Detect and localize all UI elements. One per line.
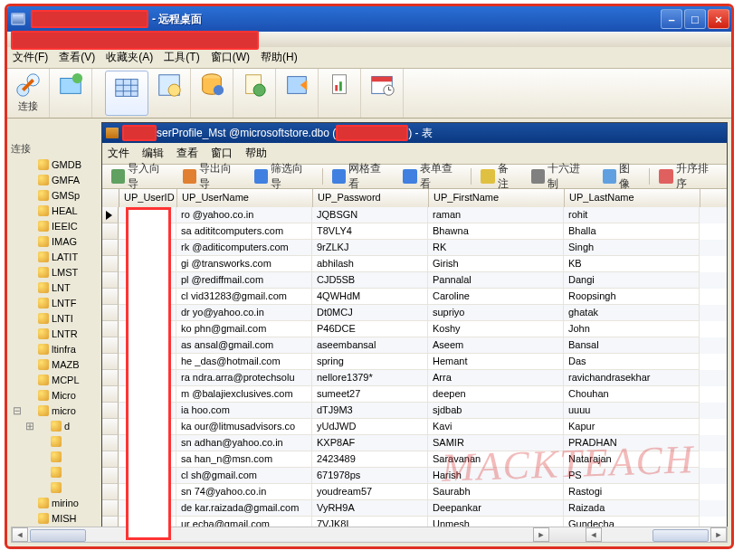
- toolbar-grid-active[interactable]: [105, 71, 148, 116]
- cell[interactable]: aseembansal: [312, 337, 428, 354]
- toolbar-report[interactable]: [319, 69, 361, 118]
- cell[interactable]: rohit: [564, 207, 700, 223]
- cell[interactable]: yUdJWD: [312, 419, 428, 435]
- column-header[interactable]: UP_LastName: [565, 189, 700, 207]
- tree-node[interactable]: IEEIC: [11, 218, 101, 233]
- cell[interactable]: gi @transworks.com: [176, 256, 312, 272]
- cell[interactable]: Das: [564, 354, 700, 370]
- column-header[interactable]: UP_FirstName: [429, 189, 565, 207]
- tree-node[interactable]: [11, 479, 101, 495]
- cell[interactable]: as ansal@gmail.com: [176, 337, 312, 354]
- table-row[interactable]: 129sn 74@yahoo.co.inyoudream57SaurabhRas…: [102, 484, 727, 500]
- horizontal-scrollbar[interactable]: ◄ ► ◄ ►: [11, 527, 728, 543]
- cell[interactable]: Harish: [428, 468, 564, 484]
- cell[interactable]: nellore1379*: [312, 370, 428, 386]
- table-row[interactable]: 128cl sh@gmail.com671978psHarishPS: [102, 468, 727, 484]
- tree-node[interactable]: MISH: [11, 510, 101, 526]
- cell[interactable]: supriyo: [428, 305, 564, 321]
- cell[interactable]: Arra: [428, 370, 564, 386]
- cell[interactable]: rk @aditicomputers.com: [176, 240, 312, 256]
- tree-node[interactable]: MCPL: [11, 372, 101, 387]
- table-row[interactable]: 117dr yo@yahoo.co.inDt0MCJsupriyoghatak: [102, 305, 727, 321]
- tree-node[interactable]: IMAG: [11, 233, 101, 249]
- close-button[interactable]: ×: [708, 9, 729, 29]
- table-row[interactable]: 118ko phn@gmail.comP46DCEKoshyJohn: [102, 321, 727, 337]
- cell[interactable]: youdream57: [312, 484, 428, 500]
- app-menu[interactable]: 文件(F)查看(V)收藏夹(A)工具(T)窗口(W)帮助(H): [7, 47, 731, 69]
- scroll-right-icon[interactable]: ►: [533, 527, 549, 542]
- table-toolbar[interactable]: 导入向导导出向导筛选向导网格查看表单查看备注十六进制图像升序排序: [102, 165, 727, 189]
- scroll-thumb[interactable]: [30, 529, 86, 542]
- tree-node[interactable]: GMFA: [11, 172, 101, 187]
- cell[interactable]: KXP8AF: [312, 435, 428, 451]
- cell[interactable]: Kavi: [428, 419, 564, 435]
- tree-node[interactable]: mirino: [11, 495, 101, 510]
- cell[interactable]: ra ndra.arra@protechsolu: [176, 370, 312, 386]
- column-header[interactable]: UP_UserName: [177, 189, 313, 207]
- cell[interactable]: Kapur: [564, 419, 700, 435]
- cell[interactable]: Dt0MCJ: [312, 305, 428, 321]
- cell[interactable]: 4QWHdM: [312, 289, 428, 305]
- table-row[interactable]: 121ra ndra.arra@protechsolunellore1379*A…: [102, 370, 727, 386]
- tree-node[interactable]: LMST: [11, 264, 101, 280]
- table-titlebar[interactable]: serProfile_Mst @microsoftstore.dbo ( ) -…: [102, 123, 727, 143]
- cell[interactable]: dr yo@yahoo.co.in: [176, 305, 312, 321]
- cell[interactable]: PRADHAN: [564, 435, 700, 451]
- cell[interactable]: Aseem: [428, 337, 564, 354]
- cell[interactable]: spring: [312, 354, 428, 370]
- table-row[interactable]: 110gi @transworks.comabhilashGirishKB: [102, 256, 727, 272]
- scroll-left-icon[interactable]: ◄: [12, 527, 28, 542]
- tree-node[interactable]: LNT: [11, 280, 101, 295]
- rdp-titlebar[interactable]: - 远程桌面 – □ ×: [7, 6, 731, 32]
- tree-node[interactable]: [11, 433, 101, 449]
- maximize-button[interactable]: □: [684, 9, 706, 29]
- cell[interactable]: m @balajiexclusives.com: [176, 386, 312, 403]
- cell[interactable]: Roopsingh: [564, 289, 700, 305]
- toolbar-connect[interactable]: 连接: [7, 69, 50, 118]
- toolbar-proc[interactable]: [233, 69, 276, 118]
- table-row[interactable]: 103rk @aditicomputers.com9rZLKJRKSingh: [102, 240, 727, 256]
- table-row[interactable]: 116cl vid31283@gmail.com4QWHdMCarolineRo…: [102, 289, 727, 305]
- cell[interactable]: PS: [564, 468, 700, 484]
- tree-node[interactable]: LNTF: [11, 295, 101, 310]
- toolbar-event[interactable]: [276, 69, 319, 118]
- scroll-right-icon-2[interactable]: ►: [710, 527, 727, 542]
- cell[interactable]: cl sh@gmail.com: [176, 468, 312, 484]
- cell[interactable]: CJD5SB: [312, 272, 428, 289]
- connection-tree[interactable]: GMDBGMFAGMSpHEALIEEICIMAGLATITLMSTLNTLNT…: [11, 157, 101, 527]
- tree-node[interactable]: ⊞d: [11, 418, 101, 433]
- column-header[interactable]: UP_UserID: [119, 189, 177, 207]
- cell[interactable]: Koshy: [428, 321, 564, 337]
- cell[interactable]: uuuu: [564, 403, 700, 419]
- menu-item[interactable]: 工具(T): [164, 50, 199, 65]
- cell[interactable]: pl @rediffmail.com: [176, 272, 312, 289]
- data-grid[interactable]: UP_UserIDUP_UserNameUP_PasswordUP_FirstN…: [102, 189, 727, 540]
- cell[interactable]: sumeet27: [312, 386, 428, 403]
- cell[interactable]: de kar.raizada@gmail.com: [176, 500, 312, 517]
- cell[interactable]: ia hoo.com: [176, 403, 312, 419]
- cell[interactable]: Caroline: [428, 289, 564, 305]
- cell[interactable]: Dangi: [564, 272, 700, 289]
- cell[interactable]: SAMIR: [428, 435, 564, 451]
- cell[interactable]: raman: [428, 207, 564, 223]
- cell[interactable]: Deepankar: [428, 500, 564, 517]
- table-row[interactable]: 122m @balajiexclusives.comsumeet27deepen…: [102, 386, 727, 403]
- cell[interactable]: cl vid31283@gmail.com: [176, 289, 312, 305]
- cell[interactable]: sjdbab: [428, 403, 564, 419]
- toolbar-sched[interactable]: [361, 69, 404, 118]
- cell[interactable]: Bansal: [564, 337, 700, 354]
- table-row[interactable]: 123ia hoo.comdTJ9M3sjdbabuuuu: [102, 403, 727, 419]
- cell[interactable]: deepen: [428, 386, 564, 403]
- tree-node[interactable]: [11, 449, 101, 464]
- tree-node[interactable]: MAZB: [11, 356, 101, 372]
- cell[interactable]: Saurabh: [428, 484, 564, 500]
- cell[interactable]: VyRH9A: [312, 500, 428, 517]
- cell[interactable]: sn adhan@yahoo.co.in: [176, 435, 312, 451]
- cell[interactable]: Singh: [564, 240, 700, 256]
- cell[interactable]: Chouhan: [564, 386, 700, 403]
- cell[interactable]: JQBSGN: [312, 207, 428, 223]
- table-row[interactable]: 83ro @yahoo.co.inJQBSGNramanrohit: [102, 207, 727, 223]
- menu-item[interactable]: 文件(F): [13, 50, 48, 65]
- cell[interactable]: ro @yahoo.co.in: [176, 207, 312, 223]
- tree-node[interactable]: ⊟micro: [11, 403, 101, 418]
